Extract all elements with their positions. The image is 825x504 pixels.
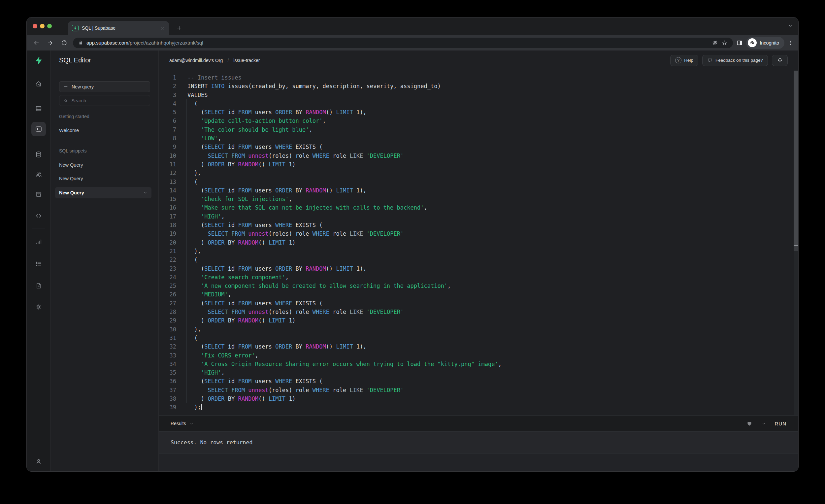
logs-list-icon[interactable] — [31, 257, 46, 271]
code-line[interactable]: 11 ) ORDER BY RANDOM() LIMIT 1) — [159, 160, 792, 169]
browser-tab[interactable]: SQL | Supabase — [68, 21, 169, 35]
auth-users-icon[interactable] — [31, 167, 46, 182]
line-number: 7 — [159, 126, 176, 134]
eye-off-icon[interactable] — [712, 40, 718, 46]
breadcrumb-org[interactable]: adam@windmill.dev's Org — [169, 58, 223, 63]
line-content: (SELECT id FROM users ORDER BY RANDOM() … — [176, 186, 367, 195]
zoom-window-button[interactable] — [47, 24, 52, 28]
code-line[interactable]: 30 ), — [159, 325, 792, 334]
docs-file-icon[interactable] — [31, 279, 46, 293]
code-line[interactable]: 18 (SELECT id FROM users WHERE EXISTS ( — [159, 221, 792, 229]
forward-icon[interactable] — [43, 36, 57, 50]
code-line[interactable]: 17 'HIGH', — [159, 212, 792, 221]
sql-editor-terminal-icon[interactable] — [31, 122, 46, 136]
code-line[interactable]: 12 ), — [159, 169, 792, 177]
account-person-icon[interactable] — [31, 454, 46, 469]
line-number: 14 — [159, 186, 176, 195]
sidebar-item-new-query-active[interactable]: New Query — [55, 187, 151, 198]
code-line[interactable]: 36 (SELECT id FROM users WHERE EXISTS ( — [159, 377, 792, 385]
code-line[interactable]: 5 (SELECT id FROM users ORDER BY RANDOM(… — [159, 108, 792, 117]
rail-divider — [32, 96, 45, 96]
code-line[interactable]: 4 ( — [159, 99, 792, 108]
results-message: Success. No rows returned — [159, 431, 798, 453]
close-tab-icon[interactable] — [160, 26, 165, 31]
line-number: 37 — [159, 386, 176, 394]
table-editor-icon[interactable] — [31, 101, 46, 116]
browser-toolbar: app.supabase.com/project/azahtnhqohyjerz… — [27, 35, 798, 51]
tab-search-chevron-icon[interactable] — [788, 23, 793, 28]
code-line[interactable]: 16 'Make sure that SQL can not be inject… — [159, 203, 792, 212]
api-code-icon[interactable] — [31, 209, 46, 223]
code-line[interactable]: 24 'Create search component', — [159, 273, 792, 282]
code-line[interactable]: 14 (SELECT id FROM users ORDER BY RANDOM… — [159, 186, 792, 195]
notifications-button[interactable] — [772, 55, 788, 66]
storage-archive-icon[interactable] — [31, 187, 46, 202]
code-line[interactable]: 3VALUES — [159, 91, 792, 99]
sidebar-item-new-query-1[interactable]: New Query — [59, 162, 83, 168]
close-window-button[interactable] — [33, 24, 37, 28]
code-line[interactable]: 32 (SELECT id FROM users ORDER BY RANDOM… — [159, 342, 792, 351]
search-input[interactable] — [71, 98, 146, 103]
reload-icon[interactable] — [57, 36, 71, 50]
code-line[interactable]: 37 SELECT FROM unnest(roles) role WHERE … — [159, 386, 792, 394]
code-line[interactable]: 29 ) ORDER BY RANDOM() LIMIT 1) — [159, 316, 792, 325]
side-panel-icon[interactable] — [736, 40, 743, 46]
line-content: 'Make sure that SQL can not be injected … — [176, 203, 427, 212]
code-line[interactable]: 13 ( — [159, 177, 792, 186]
code-line[interactable]: 34 'A Cross Origin Resource Sharing erro… — [159, 360, 792, 368]
new-query-button[interactable]: New query — [59, 81, 150, 92]
bookmark-star-icon[interactable] — [722, 40, 728, 46]
code-line[interactable]: 27 (SELECT id FROM users WHERE EXISTS ( — [159, 299, 792, 308]
code-line[interactable]: 7 'The color should be light blue', — [159, 126, 792, 134]
code-line[interactable]: 20 ) ORDER BY RANDOM() LIMIT 1) — [159, 238, 792, 247]
back-icon[interactable] — [29, 36, 43, 50]
url-bar[interactable]: app.supabase.com/project/azahtnhqohyjerz… — [73, 38, 733, 48]
editor-scrollbar[interactable] — [794, 70, 798, 415]
new-query-label: New query — [72, 84, 94, 89]
nav-rail — [27, 51, 51, 471]
line-content: 'MEDIUM', — [176, 290, 231, 299]
code-line[interactable]: 28 SELECT FROM unnest(roles) role WHERE … — [159, 308, 792, 316]
results-dropdown[interactable]: Results — [171, 421, 194, 426]
chevron-down-icon[interactable] — [761, 421, 766, 426]
chevron-down-icon[interactable] — [143, 191, 148, 195]
sidebar-item-welcome[interactable]: Welcome — [59, 128, 79, 133]
code-line[interactable]: 39 ); — [159, 403, 792, 412]
line-content: -- Insert issues — [176, 73, 241, 82]
minimize-window-button[interactable] — [40, 24, 45, 28]
scrollbar-thumb[interactable] — [794, 71, 798, 245]
sidebar-item-new-query-2[interactable]: New Query — [59, 176, 83, 181]
code-line[interactable]: 19 SELECT FROM unnest(roles) role WHERE … — [159, 229, 792, 238]
database-icon[interactable] — [31, 147, 46, 162]
code-line[interactable]: 2INSERT INTO issues(created_by, summary,… — [159, 82, 792, 90]
code-line[interactable]: 26 'MEDIUM', — [159, 290, 792, 299]
code-line[interactable]: 25 'A new component should be created to… — [159, 282, 792, 290]
line-content: ), — [176, 325, 201, 334]
code-line[interactable]: 21 ), — [159, 247, 792, 256]
menu-dots-icon[interactable] — [788, 40, 794, 46]
code-line[interactable]: 6 'Update call-to-action button color', — [159, 117, 792, 125]
settings-gear-icon[interactable] — [31, 300, 46, 314]
code-line[interactable]: 15 'Check for SQL injections', — [159, 195, 792, 203]
code-line[interactable]: 22 ( — [159, 256, 792, 264]
code-line[interactable]: 1-- Insert issues — [159, 73, 792, 82]
code-line[interactable]: 38 ) ORDER BY RANDOM() LIMIT 1) — [159, 394, 792, 403]
sql-editor-code[interactable]: 1-- Insert issues2INSERT INTO issues(cre… — [159, 70, 798, 415]
code-line[interactable]: 10 SELECT FROM unnest(roles) role WHERE … — [159, 151, 792, 160]
line-content: SELECT FROM unnest(roles) role WHERE rol… — [176, 151, 403, 160]
code-line[interactable]: 31 ( — [159, 334, 792, 342]
home-icon[interactable] — [31, 77, 46, 91]
help-button[interactable]: ? Help — [670, 55, 698, 66]
code-line[interactable]: 8 'LOW', — [159, 134, 792, 143]
supabase-logo[interactable] — [31, 53, 46, 68]
code-line[interactable]: 33 'Fix CORS error', — [159, 351, 792, 360]
feedback-button[interactable]: Feedback on this page? — [702, 55, 768, 66]
reports-chart-icon[interactable] — [31, 234, 46, 249]
breadcrumb-project[interactable]: issue-tracker — [233, 58, 260, 63]
run-button[interactable]: RUN — [775, 421, 787, 426]
favorite-heart-icon[interactable] — [746, 420, 753, 427]
code-line[interactable]: 9 (SELECT id FROM users WHERE EXISTS ( — [159, 143, 792, 151]
new-tab-button[interactable] — [172, 21, 186, 34]
code-line[interactable]: 35 'HIGH', — [159, 368, 792, 377]
code-line[interactable]: 23 (SELECT id FROM users ORDER BY RANDOM… — [159, 264, 792, 273]
